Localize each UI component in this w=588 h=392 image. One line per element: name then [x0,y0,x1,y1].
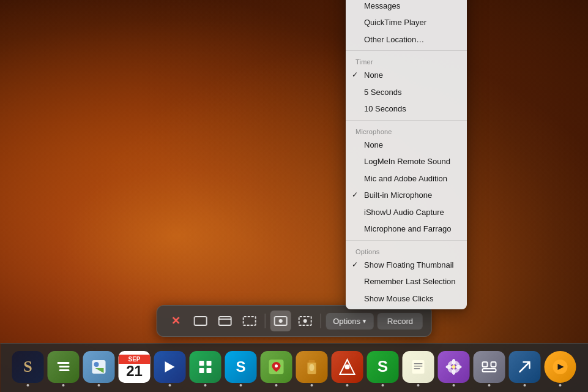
window-capture-button[interactable] [214,311,235,331]
svg-point-24 [345,364,350,369]
dock: S SEP 21 [0,343,588,392]
keystroke-icon [481,358,498,375]
dock-item-maps[interactable] [261,351,292,383]
svg-point-29 [452,365,456,369]
mic-adobe-audition[interactable]: Mic and Adobe Audition [346,170,467,187]
fullscreen-capture-button[interactable] [190,311,210,331]
numbers-icon [197,358,214,375]
record-button[interactable]: Record [378,313,423,330]
options-button[interactable]: Options ▾ [326,313,374,330]
svg-rect-15 [199,361,204,366]
microphone-section-label: Microphone [346,123,467,137]
area-record-icon [298,316,311,326]
screenshot-toolbar: ✕ Options ▾ [156,305,432,337]
dock-item-arrow[interactable] [509,351,541,383]
svg-point-5 [278,319,282,323]
svg-rect-16 [207,361,212,366]
svg-rect-38 [483,362,488,367]
dock-item-numbers[interactable] [190,351,221,383]
opt-floating-thumbnail[interactable]: Show Floating Thumbnail [346,257,467,274]
mic-logmein[interactable]: LogMeIn Remote Sound [346,153,467,170]
svg-rect-21 [309,360,315,363]
mic-farrago[interactable]: Microphone and Farrago [346,221,467,238]
calendar-day: 21 [126,364,143,379]
screen-record-icon [274,316,287,326]
dock-item-calendar[interactable]: SEP 21 [119,351,151,383]
scrivener-icon: S [23,358,32,376]
svg-rect-8 [58,362,70,364]
svg-marker-14 [165,361,175,372]
svg-rect-0 [194,317,206,325]
skype-icon: S [236,358,245,375]
save-to-quicktime[interactable]: QuickTime Player [346,14,467,31]
save-to-messages[interactable]: Messages [346,0,467,14]
svg-rect-28 [414,368,420,369]
opt-remember-selection[interactable]: Remember Last Selection [346,273,467,290]
opt-show-mouse-clicks[interactable]: Show Mouse Clicks [346,290,467,307]
toolbar-separator-2 [320,314,321,328]
mic-none[interactable]: None [346,137,467,154]
options-label: Options [333,317,360,326]
svg-point-7 [303,319,307,323]
record-label: Record [387,317,413,326]
dock-item-jar[interactable] [296,351,328,383]
svg-point-20 [275,364,278,368]
timer-none[interactable]: None [346,67,467,84]
pixelmator-icon [339,358,356,375]
mic-builtin[interactable]: Built-in Microphone [346,187,467,204]
toolbar-separator-1 [264,314,265,328]
flower-icon [445,358,463,375]
dock-item-omnioutliner[interactable] [48,351,80,383]
window-icon [218,316,231,326]
divider-3 [346,240,467,241]
save-to-other[interactable]: Other Location… [346,31,467,48]
dock-item-pixelmator[interactable] [332,351,363,383]
svg-rect-18 [207,368,212,373]
preview-icon [91,358,108,375]
svg-rect-3 [243,317,255,325]
selection-capture-button[interactable] [239,311,259,331]
selection-icon [242,316,256,326]
dock-items-container: S SEP 21 [5,346,584,390]
dock-item-keystroke[interactable] [474,351,505,383]
dock-item-flower[interactable] [438,351,470,383]
dock-item-notes[interactable] [403,351,434,383]
options-chevron-icon: ▾ [363,317,367,325]
paw-icon [552,358,569,375]
options-section-label: Options [346,243,467,257]
mic-ishowu[interactable]: iShowU Audio Capture [346,204,467,221]
svg-point-12 [94,362,99,367]
timer-section-label: Timer [346,53,467,67]
dock-item-scrivener[interactable]: S [12,351,44,383]
close-button[interactable]: ✕ [165,311,186,331]
screen-record-button[interactable] [270,311,291,331]
svg-rect-39 [491,362,496,367]
dock-item-skype[interactable]: S [225,351,257,383]
dock-item-paw[interactable] [545,351,576,383]
maps-icon [268,358,285,375]
svg-rect-26 [414,363,423,364]
fullscreen-icon [193,316,207,326]
omnioutliner-icon [55,358,72,375]
dock-item-slides[interactable]: S [367,351,399,383]
area-record-button[interactable] [294,311,315,331]
divider-2 [346,120,467,121]
svg-rect-9 [59,366,70,368]
timer-5sec[interactable]: 5 Seconds [346,84,467,101]
menu-bottom-padding [346,307,467,309]
keynote-icon [162,358,179,375]
dock-item-keynote[interactable] [154,351,186,383]
notes-icon [410,358,427,375]
svg-rect-40 [483,369,496,372]
dock-item-preview[interactable] [83,351,115,383]
timer-10sec[interactable]: 10 Seconds [346,100,467,118]
svg-rect-1 [218,317,231,325]
svg-rect-27 [414,366,423,367]
options-dropdown-menu: Save to Desktop Documents Mail Messages … [346,0,467,309]
svg-rect-10 [59,369,70,371]
arrow-icon [516,358,534,375]
jar-icon [303,358,321,375]
divider-1 [346,50,467,51]
svg-point-22 [310,364,314,371]
svg-rect-17 [199,368,204,373]
